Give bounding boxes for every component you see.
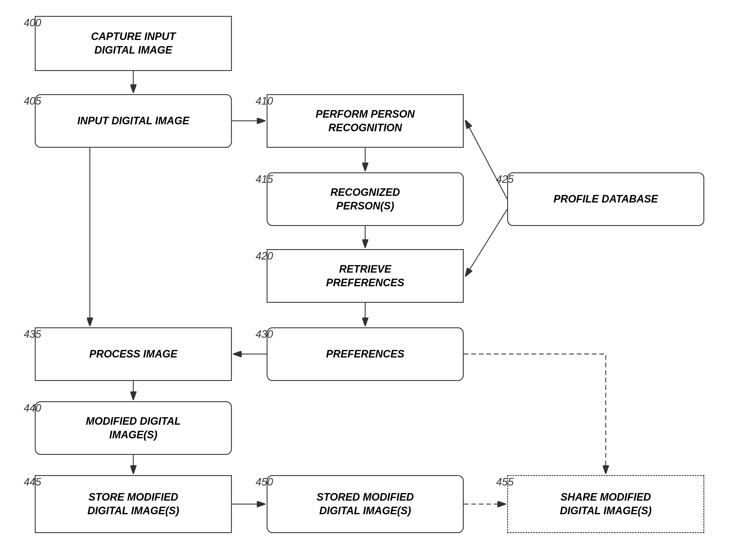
- svg-line-5: [466, 121, 507, 199]
- flowchart-diagram: CAPTURE INPUT DIGITAL IMAGE 400 INPUT DI…: [0, 0, 755, 560]
- node-stored-modified: STORED MODIFIED DIGITAL IMAGE(S): [267, 475, 464, 533]
- node-process-image: PROCESS IMAGE: [35, 327, 232, 381]
- node-profile-database: PROFILE DATABASE: [507, 173, 704, 226]
- svg-line-6: [466, 209, 507, 276]
- node-person-recognition: PERFORM PERSON RECOGNITION: [267, 94, 464, 148]
- label-410: 410: [256, 95, 273, 107]
- label-445: 445: [24, 476, 41, 488]
- node-store-modified: STORE MODIFIED DIGITAL IMAGE(S): [35, 475, 232, 533]
- label-425: 425: [496, 173, 514, 185]
- node-recognized-persons: RECOGNIZED PERSON(S): [267, 173, 464, 226]
- label-420: 420: [256, 250, 273, 262]
- label-415: 415: [256, 173, 273, 185]
- label-455: 455: [496, 476, 514, 488]
- label-405: 405: [24, 95, 41, 107]
- label-450: 450: [256, 476, 273, 488]
- node-modified-image: MODIFIED DIGITAL IMAGE(S): [35, 401, 232, 455]
- node-capture: CAPTURE INPUT DIGITAL IMAGE: [35, 16, 232, 71]
- node-share-modified: SHARE MODIFIED DIGITAL IMAGE(S): [507, 475, 704, 533]
- label-440: 440: [24, 402, 41, 414]
- label-435: 435: [24, 328, 41, 340]
- node-preferences: PREFERENCES: [267, 327, 464, 381]
- label-430: 430: [256, 328, 273, 340]
- node-retrieve-preferences: RETRIEVE PREFERENCES: [267, 249, 464, 303]
- label-400: 400: [24, 17, 41, 29]
- node-input-image: INPUT DIGITAL IMAGE: [35, 94, 232, 148]
